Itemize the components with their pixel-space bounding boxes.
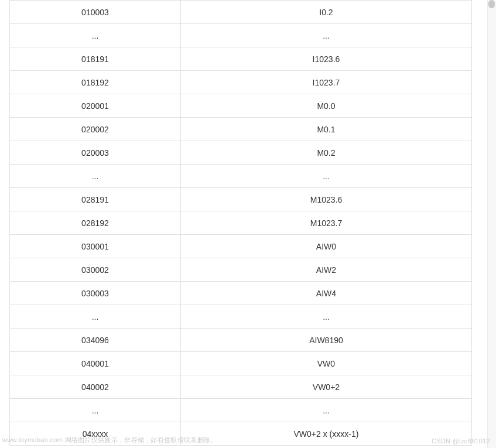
table-row: ...... — [10, 24, 472, 47]
register-value-cell: VW0+2 — [180, 375, 471, 399]
register-value-cell: I0.2 — [180, 1, 471, 24]
table-row: 018192I1023.7 — [10, 71, 472, 94]
footer-watermark-right: CSDN @lzc881012 — [432, 437, 490, 444]
address-code-cell: ... — [10, 305, 181, 329]
register-value-cell: ... — [180, 305, 471, 329]
table-row: 034096AIW8190 — [10, 329, 472, 352]
register-value-cell: I1023.6 — [180, 47, 471, 71]
scrollbar-track[interactable] — [487, 0, 496, 448]
footer-watermark-left: www.toymoban.com 网络图片仅供展示，非存储，如有侵权请联系删除。 — [2, 436, 217, 444]
address-code-cell: 028191 — [10, 188, 181, 211]
address-code-cell: ... — [10, 399, 181, 422]
address-code-cell: 034096 — [10, 329, 181, 352]
register-value-cell: AIW4 — [180, 282, 471, 305]
address-code-cell: ... — [10, 24, 181, 47]
table-row: ...... — [10, 399, 472, 422]
register-value-cell: AIW2 — [180, 258, 471, 282]
address-code-cell: 028192 — [10, 211, 181, 235]
register-value-cell: M1023.7 — [180, 211, 471, 235]
address-code-cell: 030002 — [10, 258, 181, 282]
scrollbar-thumb[interactable] — [488, 0, 495, 8]
table-row: 020003M0.2 — [10, 141, 472, 165]
table-row: ...... — [10, 305, 472, 329]
address-code-cell: 020001 — [10, 94, 181, 118]
address-code-cell: 018191 — [10, 47, 181, 71]
register-value-cell: ... — [180, 165, 471, 188]
address-code-cell: 040002 — [10, 375, 181, 399]
register-value-cell: ... — [180, 24, 471, 47]
table-body: 010003I0.2......018191I1023.6018192I1023… — [10, 1, 472, 446]
register-value-cell: M0.0 — [180, 94, 471, 118]
address-code-cell: 020003 — [10, 141, 181, 165]
register-value-cell: I1023.7 — [180, 71, 471, 94]
table-row: 010003I0.2 — [10, 1, 472, 24]
table-row: ...... — [10, 165, 472, 188]
register-value-cell: VW0 — [180, 352, 471, 375]
table-row: 028191M1023.6 — [10, 188, 472, 211]
address-code-cell: 010003 — [10, 1, 181, 24]
register-value-cell: AIW0 — [180, 235, 471, 258]
address-mapping-table-container: 010003I0.2......018191I1023.6018192I1023… — [0, 0, 481, 446]
address-mapping-table: 010003I0.2......018191I1023.6018192I1023… — [9, 0, 472, 446]
table-row: 018191I1023.6 — [10, 47, 472, 71]
table-row: 040002VW0+2 — [10, 375, 472, 399]
table-row: 040001VW0 — [10, 352, 472, 375]
register-value-cell: VW0+2 x (xxxx-1) — [180, 422, 471, 446]
register-value-cell: AIW8190 — [180, 329, 471, 352]
address-code-cell: 030001 — [10, 235, 181, 258]
address-code-cell: 020002 — [10, 118, 181, 141]
table-row: 030001AIW0 — [10, 235, 472, 258]
table-row: 030002AIW2 — [10, 258, 472, 282]
address-code-cell: 030003 — [10, 282, 181, 305]
table-row: 030003AIW4 — [10, 282, 472, 305]
address-code-cell: 040001 — [10, 352, 181, 375]
address-code-cell: ... — [10, 165, 181, 188]
register-value-cell: M1023.6 — [180, 188, 471, 211]
register-value-cell: ... — [180, 399, 471, 422]
register-value-cell: M0.2 — [180, 141, 471, 165]
address-code-cell: 018192 — [10, 71, 181, 94]
table-row: 020001M0.0 — [10, 94, 472, 118]
table-row: 028192M1023.7 — [10, 211, 472, 235]
register-value-cell: M0.1 — [180, 118, 471, 141]
table-row: 020002M0.1 — [10, 118, 472, 141]
